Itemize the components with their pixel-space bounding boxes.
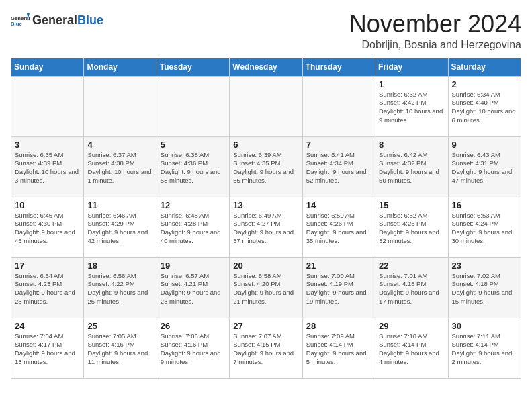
day-info: Sunrise: 7:09 AM Sunset: 4:14 PM Dayligh… — [306, 332, 371, 367]
day-number: 23 — [452, 261, 517, 271]
calendar-cell — [302, 76, 375, 136]
day-info: Sunrise: 7:10 AM Sunset: 4:14 PM Dayligh… — [379, 332, 444, 367]
day-info: Sunrise: 6:37 AM Sunset: 4:38 PM Dayligh… — [87, 151, 152, 185]
calendar-cell: 11Sunrise: 6:46 AM Sunset: 4:29 PM Dayli… — [84, 197, 157, 257]
day-info: Sunrise: 6:52 AM Sunset: 4:25 PM Dayligh… — [379, 212, 444, 246]
calendar-cell — [11, 76, 84, 136]
calendar-cell: 17Sunrise: 6:54 AM Sunset: 4:23 PM Dayli… — [11, 257, 84, 318]
day-info: Sunrise: 6:45 AM Sunset: 4:30 PM Dayligh… — [15, 212, 80, 246]
day-number: 12 — [161, 200, 226, 210]
calendar-cell: 12Sunrise: 6:48 AM Sunset: 4:28 PM Dayli… — [157, 197, 229, 257]
day-info: Sunrise: 6:49 AM Sunset: 4:27 PM Dayligh… — [233, 212, 298, 246]
day-number: 19 — [161, 261, 226, 271]
calendar-cell: 3Sunrise: 6:35 AM Sunset: 4:39 PM Daylig… — [11, 136, 84, 197]
weekday-header: Sunday — [11, 58, 84, 76]
calendar-cell: 20Sunrise: 6:58 AM Sunset: 4:20 PM Dayli… — [230, 257, 302, 318]
day-info: Sunrise: 7:02 AM Sunset: 4:18 PM Dayligh… — [452, 272, 517, 306]
day-number: 26 — [161, 321, 226, 331]
day-number: 21 — [306, 261, 371, 271]
day-info: Sunrise: 6:56 AM Sunset: 4:22 PM Dayligh… — [87, 272, 152, 306]
day-info: Sunrise: 6:35 AM Sunset: 4:39 PM Dayligh… — [15, 151, 80, 185]
calendar-cell: 15Sunrise: 6:52 AM Sunset: 4:25 PM Dayli… — [375, 197, 448, 257]
day-number: 11 — [87, 200, 152, 210]
calendar-cell: 4Sunrise: 6:37 AM Sunset: 4:38 PM Daylig… — [84, 136, 157, 197]
logo-general-text: General — [32, 13, 77, 28]
day-info: Sunrise: 6:46 AM Sunset: 4:29 PM Dayligh… — [87, 212, 152, 246]
day-number: 30 — [452, 321, 517, 331]
day-info: Sunrise: 6:57 AM Sunset: 4:21 PM Dayligh… — [161, 272, 226, 306]
day-info: Sunrise: 6:41 AM Sunset: 4:34 PM Dayligh… — [306, 151, 371, 185]
day-number: 6 — [233, 140, 298, 150]
calendar-cell — [84, 76, 157, 136]
calendar-cell — [230, 76, 302, 136]
calendar-cell: 26Sunrise: 7:06 AM Sunset: 4:16 PM Dayli… — [157, 318, 229, 378]
day-number: 3 — [15, 140, 80, 150]
calendar-cell: 6Sunrise: 6:39 AM Sunset: 4:35 PM Daylig… — [230, 136, 302, 197]
day-info: Sunrise: 6:48 AM Sunset: 4:28 PM Dayligh… — [161, 212, 226, 246]
day-number: 1 — [379, 79, 444, 89]
title-area: November 2024 Dobrljin, Bosnia and Herze… — [349, 11, 521, 51]
calendar-cell: 19Sunrise: 6:57 AM Sunset: 4:21 PM Dayli… — [157, 257, 229, 318]
day-info: Sunrise: 7:05 AM Sunset: 4:16 PM Dayligh… — [87, 332, 152, 367]
calendar-cell: 7Sunrise: 6:41 AM Sunset: 4:34 PM Daylig… — [302, 136, 375, 197]
weekday-header: Friday — [375, 58, 448, 76]
day-info: Sunrise: 7:04 AM Sunset: 4:17 PM Dayligh… — [15, 332, 80, 367]
day-info: Sunrise: 6:32 AM Sunset: 4:42 PM Dayligh… — [379, 91, 444, 125]
weekday-header: Wednesday — [230, 58, 302, 76]
calendar-cell: 27Sunrise: 7:07 AM Sunset: 4:15 PM Dayli… — [230, 318, 302, 378]
day-number: 25 — [87, 321, 152, 331]
day-number: 8 — [379, 140, 444, 150]
calendar-cell: 25Sunrise: 7:05 AM Sunset: 4:16 PM Dayli… — [84, 318, 157, 378]
day-info: Sunrise: 6:58 AM Sunset: 4:20 PM Dayligh… — [233, 272, 298, 306]
day-info: Sunrise: 6:38 AM Sunset: 4:36 PM Dayligh… — [161, 151, 226, 185]
calendar-cell: 1Sunrise: 6:32 AM Sunset: 4:42 PM Daylig… — [375, 76, 448, 136]
day-info: Sunrise: 7:00 AM Sunset: 4:19 PM Dayligh… — [306, 272, 371, 306]
day-number: 4 — [87, 140, 152, 150]
day-info: Sunrise: 6:54 AM Sunset: 4:23 PM Dayligh… — [15, 272, 80, 306]
day-number: 18 — [87, 261, 152, 271]
logo-icon: General Blue — [11, 11, 30, 30]
svg-text:Blue: Blue — [11, 21, 22, 27]
calendar-cell: 9Sunrise: 6:43 AM Sunset: 4:31 PM Daylig… — [448, 136, 521, 197]
day-number: 10 — [15, 200, 80, 210]
day-number: 24 — [15, 321, 80, 331]
calendar-cell: 18Sunrise: 6:56 AM Sunset: 4:22 PM Dayli… — [84, 257, 157, 318]
weekday-header: Tuesday — [157, 58, 229, 76]
day-info: Sunrise: 6:43 AM Sunset: 4:31 PM Dayligh… — [452, 151, 517, 185]
day-number: 20 — [233, 261, 298, 271]
calendar-cell: 13Sunrise: 6:49 AM Sunset: 4:27 PM Dayli… — [230, 197, 302, 257]
svg-text:General: General — [11, 15, 30, 21]
month-title: November 2024 — [349, 11, 521, 38]
day-info: Sunrise: 7:07 AM Sunset: 4:15 PM Dayligh… — [233, 332, 298, 367]
day-number: 29 — [379, 321, 444, 331]
day-number: 15 — [379, 200, 444, 210]
day-number: 14 — [306, 200, 371, 210]
day-info: Sunrise: 6:53 AM Sunset: 4:24 PM Dayligh… — [452, 212, 517, 246]
day-number: 13 — [233, 200, 298, 210]
day-number: 2 — [452, 79, 517, 89]
day-info: Sunrise: 6:34 AM Sunset: 4:40 PM Dayligh… — [452, 91, 517, 125]
day-info: Sunrise: 6:50 AM Sunset: 4:26 PM Dayligh… — [306, 212, 371, 246]
day-number: 17 — [15, 261, 80, 271]
calendar-cell: 14Sunrise: 6:50 AM Sunset: 4:26 PM Dayli… — [302, 197, 375, 257]
weekday-header: Monday — [84, 58, 157, 76]
header: General Blue GeneralBlue November 2024 D… — [11, 11, 521, 51]
logo: General Blue GeneralBlue — [11, 11, 103, 30]
calendar-cell: 8Sunrise: 6:42 AM Sunset: 4:32 PM Daylig… — [375, 136, 448, 197]
calendar-cell: 16Sunrise: 6:53 AM Sunset: 4:24 PM Dayli… — [448, 197, 521, 257]
calendar-cell: 2Sunrise: 6:34 AM Sunset: 4:40 PM Daylig… — [448, 76, 521, 136]
day-number: 16 — [452, 200, 517, 210]
location-title: Dobrljin, Bosnia and Herzegovina — [349, 39, 521, 51]
day-info: Sunrise: 6:39 AM Sunset: 4:35 PM Dayligh… — [233, 151, 298, 185]
day-number: 9 — [452, 140, 517, 150]
calendar-cell: 24Sunrise: 7:04 AM Sunset: 4:17 PM Dayli… — [11, 318, 84, 378]
day-info: Sunrise: 7:06 AM Sunset: 4:16 PM Dayligh… — [161, 332, 226, 367]
logo-blue-text: Blue — [77, 13, 103, 28]
day-info: Sunrise: 7:11 AM Sunset: 4:14 PM Dayligh… — [452, 332, 517, 367]
day-number: 5 — [161, 140, 226, 150]
calendar-cell: 30Sunrise: 7:11 AM Sunset: 4:14 PM Dayli… — [448, 318, 521, 378]
calendar-cell: 22Sunrise: 7:01 AM Sunset: 4:18 PM Dayli… — [375, 257, 448, 318]
day-info: Sunrise: 6:42 AM Sunset: 4:32 PM Dayligh… — [379, 151, 444, 185]
day-number: 22 — [379, 261, 444, 271]
calendar-table: SundayMondayTuesdayWednesdayThursdayFrid… — [11, 58, 521, 379]
